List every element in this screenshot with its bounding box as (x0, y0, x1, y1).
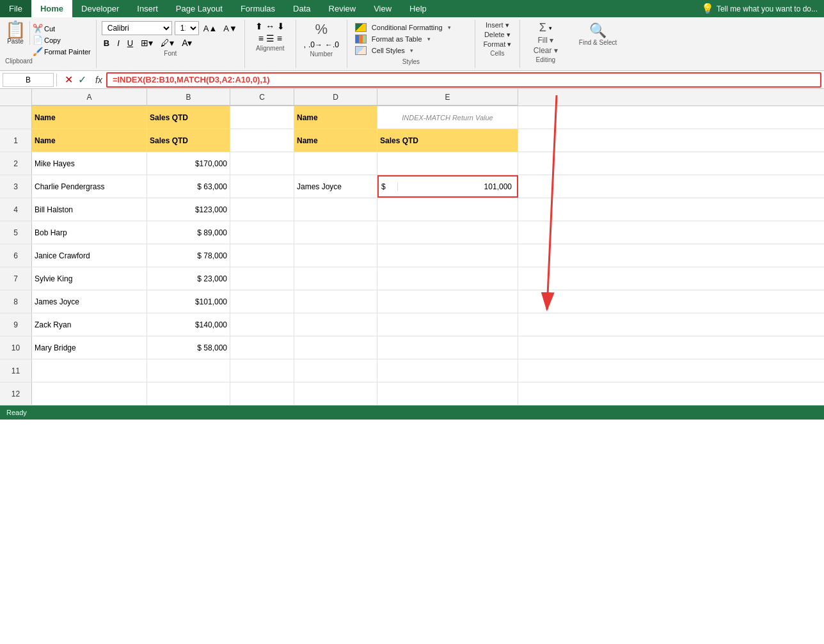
increase-font-button[interactable]: A▲ (202, 23, 219, 34)
format-painter-button[interactable]: 🖌️ Format Painter (33, 47, 91, 56)
cell-e5[interactable] (377, 221, 518, 244)
find-button[interactable]: 🔍 (589, 22, 606, 39)
cell-e8[interactable] (377, 290, 518, 313)
align-left-button[interactable]: ≡ (258, 33, 264, 43)
cell-e1[interactable]: Sales QTD (377, 129, 518, 152)
tab-formulas[interactable]: Formulas (232, 0, 284, 17)
cell-d7[interactable] (294, 267, 377, 290)
border-button[interactable]: ⊞▾ (139, 37, 155, 49)
cell-d10[interactable] (294, 336, 377, 359)
cell-c-header[interactable] (230, 106, 294, 129)
cell-b6[interactable]: $ 78,000 (147, 244, 230, 267)
cancel-formula-button[interactable]: ✕ (65, 74, 73, 86)
conditional-formatting-button[interactable]: Conditional Formatting ▾ (354, 22, 468, 33)
cell-a2[interactable]: Mike Hayes (32, 152, 147, 175)
col-header-e[interactable]: E (377, 89, 518, 106)
cell-c6[interactable] (230, 244, 294, 267)
confirm-formula-button[interactable]: ✓ (78, 74, 86, 86)
tab-review[interactable]: Review (320, 0, 365, 17)
cell-b3[interactable]: $ 63,000 (147, 175, 230, 198)
comma-style-button[interactable]: , (304, 40, 306, 49)
cell-a1[interactable]: Name (32, 129, 147, 152)
cell-b10[interactable]: $ 58,000 (147, 336, 230, 359)
tab-home[interactable]: Home (31, 0, 72, 17)
cell-a7[interactable]: Sylvie King (32, 267, 147, 290)
col-header-b[interactable]: B (147, 89, 230, 106)
cell-d-header[interactable]: Name (294, 106, 377, 129)
cell-b2[interactable]: $170,000 (147, 152, 230, 175)
cell-e9[interactable] (377, 313, 518, 336)
cell-b5[interactable]: $ 89,000 (147, 221, 230, 244)
cell-a5[interactable]: Bob Harp (32, 221, 147, 244)
align-center-button[interactable]: ☰ (266, 33, 274, 43)
cell-b-header[interactable]: Sales QTD (147, 106, 230, 129)
cell-d3[interactable]: James Joyce (294, 175, 377, 198)
tell-me-box[interactable]: 💡 Tell me what you want to do... (695, 0, 824, 17)
tab-page-layout[interactable]: Page Layout (167, 0, 232, 17)
cell-d8[interactable] (294, 290, 377, 313)
decrease-font-button[interactable]: A▼ (221, 23, 239, 34)
cell-b4[interactable]: $123,000 (147, 198, 230, 221)
cell-d2[interactable] (294, 152, 377, 175)
align-right-button[interactable]: ≡ (277, 33, 282, 43)
formula-input[interactable]: =INDEX(B2:B10,MATCH(D3,A2:A10,0),1) (106, 72, 821, 88)
cell-b7[interactable]: $ 23,000 (147, 267, 230, 290)
cell-c10[interactable] (230, 336, 294, 359)
cell-c7[interactable] (230, 267, 294, 290)
font-size-select[interactable]: 11 (175, 21, 199, 35)
cell-c8[interactable] (230, 290, 294, 313)
tab-developer[interactable]: Developer (72, 0, 128, 17)
cell-d6[interactable] (294, 244, 377, 267)
bold-button[interactable]: B (102, 38, 111, 49)
cell-b8[interactable]: $101,000 (147, 290, 230, 313)
cell-c2[interactable] (230, 152, 294, 175)
tab-data[interactable]: Data (284, 0, 319, 17)
clear-button[interactable]: Clear ▾ (534, 46, 558, 55)
tab-file[interactable]: File (0, 0, 31, 17)
cell-a4[interactable]: Bill Halston (32, 198, 147, 221)
cell-e3[interactable]: $ 101,000 (377, 175, 518, 198)
tab-view[interactable]: View (365, 0, 400, 17)
decrease-decimal-button[interactable]: ←.0 (325, 40, 339, 49)
cell-d9[interactable] (294, 313, 377, 336)
col-header-c[interactable]: C (230, 89, 294, 106)
paste-button[interactable]: 📋 Paste (5, 21, 30, 45)
cell-a6[interactable]: Janice Crawford (32, 244, 147, 267)
cell-b1[interactable]: Sales QTD (147, 129, 230, 152)
cell-e4[interactable] (377, 198, 518, 221)
insert-cells-button[interactable]: Insert ▾ (486, 21, 509, 29)
fill-button[interactable]: Fill ▾ (538, 36, 554, 45)
autosum-button[interactable]: Σ (539, 21, 546, 35)
cell-a10[interactable]: Mary Bridge (32, 336, 147, 359)
cell-b9[interactable]: $140,000 (147, 313, 230, 336)
cell-d5[interactable] (294, 221, 377, 244)
cell-a8[interactable]: James Joyce (32, 290, 147, 313)
cell-c1[interactable] (230, 129, 294, 152)
name-box[interactable] (3, 73, 54, 87)
fill-color-button[interactable]: 🖊▾ (159, 37, 176, 49)
tab-help[interactable]: Help (400, 0, 436, 17)
cell-c9[interactable] (230, 313, 294, 336)
font-color-button[interactable]: A▾ (180, 37, 194, 49)
copy-button[interactable]: 📄 Copy (33, 35, 91, 45)
cell-e7[interactable] (377, 267, 518, 290)
align-top-button[interactable]: ⬆ (255, 21, 263, 31)
tab-insert[interactable]: Insert (128, 0, 167, 17)
format-as-table-button[interactable]: Format as Table ▾ (354, 34, 468, 44)
cell-e2[interactable] (377, 152, 518, 175)
align-middle-button[interactable]: ↔ (265, 21, 274, 31)
cell-c3[interactable] (230, 175, 294, 198)
italic-button[interactable]: I (115, 38, 122, 49)
delete-cells-button[interactable]: Delete ▾ (484, 31, 511, 39)
cut-button[interactable]: ✂️ Cut (33, 24, 91, 33)
cell-e6[interactable] (377, 244, 518, 267)
col-header-d[interactable]: D (294, 89, 377, 106)
cell-c5[interactable] (230, 221, 294, 244)
cell-e-header[interactable]: INDEX-MATCH Return Value (377, 106, 518, 129)
font-family-select[interactable]: Calibri (102, 21, 172, 35)
cell-d1[interactable]: Name (294, 129, 377, 152)
percent-button[interactable]: % (315, 21, 328, 38)
cell-a3[interactable]: Charlie Pendergrass (32, 175, 147, 198)
cell-c4[interactable] (230, 198, 294, 221)
cell-d4[interactable] (294, 198, 377, 221)
